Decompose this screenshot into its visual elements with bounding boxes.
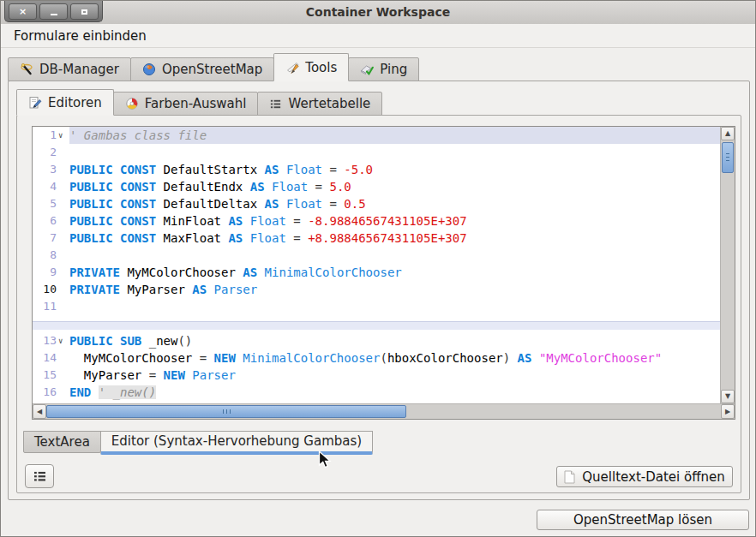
token: PUBLIC SUB	[69, 334, 149, 348]
line-number[interactable]: 15	[33, 367, 57, 384]
procedure-separator[interactable]	[33, 315, 720, 332]
fold-column	[57, 367, 69, 384]
code-text[interactable]: PRIVATE MyParser AS Parser	[69, 281, 720, 298]
tab-openstreetmap[interactable]: OpenStreetMap	[130, 57, 274, 81]
code-text[interactable]: ' Gambas class file	[69, 127, 720, 144]
mouse-cursor	[318, 450, 333, 473]
file-icon	[564, 470, 575, 484]
line-number[interactable]: 8	[33, 247, 57, 264]
scroll-left-button[interactable]: ◀	[33, 404, 46, 419]
tab-editoren[interactable]: Editoren	[16, 89, 114, 116]
code-text[interactable]: MyMColorChooser = NEW MinimalColorChoose…	[69, 349, 720, 367]
token: "MyMColorChooser"	[539, 351, 662, 365]
token: -8.98846567431105E+307	[308, 214, 466, 228]
list-icon	[269, 98, 282, 110]
code-lines[interactable]: 1∨' Gambas class file23PUBLIC CONST Defa…	[33, 127, 720, 403]
code-text[interactable]	[69, 247, 720, 264]
code-text[interactable]: PUBLIC CONST DefaultStartx AS Float = -5…	[69, 161, 720, 178]
vertical-scrollbar[interactable]: ▲ ▼	[720, 127, 735, 403]
line-number[interactable]: 3	[33, 161, 57, 178]
fold-column	[57, 178, 69, 195]
token: =	[329, 163, 344, 176]
menubar: Formulare einbinden	[1, 24, 755, 48]
code-text[interactable]	[69, 298, 720, 315]
list-view-button[interactable]	[25, 464, 54, 488]
code-line-1[interactable]: 1∨' Gambas class file	[33, 127, 720, 144]
tab-db-manager[interactable]: DB-Manager	[8, 57, 131, 81]
code-line-4[interactable]: 4PUBLIC CONST DefaultEndx AS Float = 5.0	[33, 178, 720, 195]
open-source-file-button[interactable]: Quelltext-Datei öffnen	[556, 466, 733, 487]
line-number[interactable]: 2	[33, 144, 57, 161]
line-number[interactable]: 10	[33, 281, 57, 298]
token: PRIVATE	[69, 283, 127, 296]
tab-farben-auswahl[interactable]: Farben-Auswahl	[113, 92, 259, 116]
main-tab-bar: DB-Manager OpenStreetMap Tools	[8, 53, 418, 81]
line-number[interactable]: 4	[33, 178, 57, 195]
code-line-10[interactable]: 10PRIVATE MyParser AS Parser	[33, 281, 720, 298]
token: Float	[250, 231, 294, 245]
line-number[interactable]: 1	[33, 127, 57, 144]
code-text[interactable]: PUBLIC CONST DefaultDeltax AS Float = 0.…	[69, 195, 720, 212]
code-line-3[interactable]: 3PUBLIC CONST DefaultStartx AS Float = -…	[33, 161, 720, 178]
code-text[interactable]: PUBLIC SUB _new()	[69, 332, 720, 349]
scroll-up-button[interactable]: ▲	[721, 127, 735, 140]
code-line-13[interactable]: 13∨PUBLIC SUB _new()	[33, 332, 720, 349]
code-text[interactable]: PUBLIC CONST MaxFloat AS Float = +8.9884…	[69, 230, 720, 247]
code-text[interactable]: PUBLIC CONST DefaultEndx AS Float = 5.0	[69, 178, 720, 195]
fold-marker-icon[interactable]: ∨	[57, 332, 69, 349]
scroll-down-button[interactable]: ▼	[721, 390, 735, 403]
tab-wertetabelle[interactable]: Wertetabelle	[257, 92, 382, 116]
token: AS	[243, 266, 264, 279]
horizontal-scrollbar[interactable]: ◀ ▶	[33, 403, 735, 419]
code-text[interactable]: PRIVATE MyMColorChooser AS MinimalColorC…	[69, 264, 720, 281]
code-line-8[interactable]: 8	[33, 247, 720, 264]
code-text[interactable]	[69, 144, 720, 161]
tab-label: DB-Manager	[39, 62, 119, 77]
maximize-button[interactable]	[70, 3, 99, 20]
code-text[interactable]: END ' _new()	[69, 384, 720, 401]
tab-label: OpenStreetMap	[162, 62, 262, 77]
line-number[interactable]: 7	[33, 230, 57, 247]
close-button[interactable]: ×	[9, 3, 37, 20]
line-number[interactable]: 11	[33, 298, 57, 315]
code-line-16[interactable]: 16END ' _new()	[33, 384, 720, 401]
code-line-11[interactable]: 11	[33, 298, 720, 315]
line-number[interactable]: 9	[33, 264, 57, 281]
tab-label: Farben-Auswahl	[145, 96, 247, 111]
line-number[interactable]: 6	[33, 212, 57, 230]
token: AS	[228, 214, 249, 228]
token: PRIVATE	[69, 266, 127, 279]
menu-formulare-einbinden[interactable]: Formulare einbinden	[9, 27, 152, 45]
code-line-15[interactable]: 15 MyParser = NEW Parser	[33, 367, 720, 384]
line-number[interactable]: 13	[33, 332, 57, 349]
tab-tools[interactable]: Tools	[273, 53, 349, 81]
tab-ping[interactable]: Ping	[348, 57, 419, 81]
tab-textarea[interactable]: TextArea	[23, 431, 101, 453]
code-text[interactable]: PUBLIC CONST MinFloat AS Float = -8.9884…	[69, 212, 720, 230]
minimize-button[interactable]	[39, 3, 68, 20]
code-line-2[interactable]: 2	[33, 144, 720, 161]
code-line-9[interactable]: 9PRIVATE MyMColorChooser AS MinimalColor…	[33, 264, 720, 281]
pencil-icon	[285, 61, 299, 75]
code-text[interactable]: MyParser = NEW Parser	[69, 367, 720, 384]
titlebar[interactable]: Container Workspace	[1, 1, 755, 25]
fold-column	[57, 384, 69, 401]
token: MyParser	[69, 368, 149, 382]
code-line-6[interactable]: 6PUBLIC CONST MinFloat AS Float = -8.988…	[33, 212, 720, 230]
line-number[interactable]: 14	[33, 349, 57, 367]
detach-openstreetmap-button[interactable]: OpenStreetMap lösen	[537, 510, 749, 530]
code-line-5[interactable]: 5PUBLIC CONST DefaultDeltax AS Float = 0…	[33, 195, 720, 212]
code-line-7[interactable]: 7PUBLIC CONST MaxFloat AS Float = +8.988…	[33, 230, 720, 247]
scroll-right-button[interactable]: ▶	[721, 404, 735, 419]
line-number[interactable]: 5	[33, 195, 57, 212]
code-line-14[interactable]: 14 MyMColorChooser = NEW MinimalColorCho…	[33, 349, 720, 367]
token: _new	[149, 334, 178, 348]
code-editor[interactable]: 1∨' Gambas class file23PUBLIC CONST Defa…	[32, 126, 735, 420]
fold-column	[57, 195, 69, 212]
vertical-scroll-thumb[interactable]	[722, 142, 734, 173]
token: ' _new()	[99, 385, 156, 399]
tab-label: Editor (Syntax-Hervorhebung Gambas)	[111, 433, 362, 449]
fold-marker-icon[interactable]: ∨	[57, 127, 69, 144]
line-number[interactable]: 16	[33, 384, 57, 401]
horizontal-scroll-thumb[interactable]	[46, 405, 406, 418]
